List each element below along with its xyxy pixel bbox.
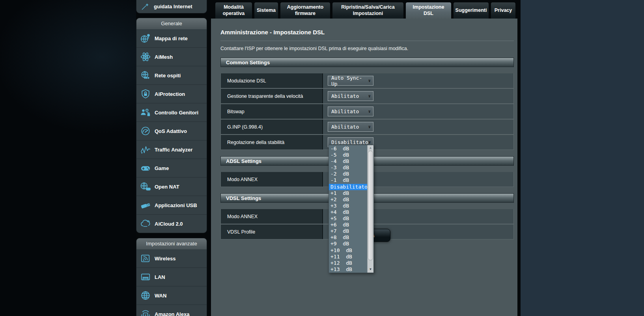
title-divider <box>220 41 514 41</box>
sidebar-item-usb-applications[interactable]: Applicazioni USB <box>136 196 207 214</box>
scroll-down-icon[interactable]: ▼ <box>368 267 373 272</box>
background-left <box>0 0 136 316</box>
sidebar-group-general: Generale Mappa di rete AiMesh Rete ospit… <box>136 18 207 233</box>
sra-select[interactable]: Abilitato∨ <box>328 91 373 101</box>
lan-switch-icon <box>140 272 151 282</box>
network-map-icon <box>140 33 151 43</box>
tab-firmware-upgrade[interactable]: Aggiornamento firmware <box>280 2 330 19</box>
tab-feedback[interactable]: Suggerimenti <box>453 2 489 19</box>
scrollbar-thumb[interactable] <box>368 151 373 260</box>
table-row: Bitswap Abilitato∨ <box>221 103 513 119</box>
sidebar-item-aimesh[interactable]: AiMesh <box>136 47 207 66</box>
row-label: Modulazione DSL <box>221 73 323 88</box>
globe-gamepad-icon <box>140 181 151 192</box>
dsl-modulation-select[interactable]: Auto Sync-Up∨ <box>328 76 373 86</box>
speedometer-icon <box>140 126 151 136</box>
common-settings-table: Modulazione DSL Auto Sync-Up∨ Gestione t… <box>220 73 514 150</box>
sidebar-item-amazon-alexa[interactable]: Amazon Alexa <box>136 305 207 316</box>
gamepad-icon <box>140 163 151 173</box>
traffic-wave-icon <box>140 144 151 155</box>
page-title: Amministrazione - Impostazione DSL <box>220 29 517 36</box>
admin-tab-bar: Modalità operativa Sistema Aggiornamento… <box>215 2 516 19</box>
dropdown-option[interactable]: -4 dB <box>329 158 368 165</box>
section-header-common-settings: Common Settings <box>220 58 514 67</box>
scroll-up-icon[interactable]: ▲ <box>368 146 373 150</box>
wan-globe-icon <box>140 290 151 301</box>
sidebar-item-lan[interactable]: LAN <box>136 267 207 286</box>
sidebar: guidata Internet Generale Mappa di rete … <box>136 0 207 316</box>
sidebar-group-advanced: Impostazioni avanzate Wireless LAN WAN A… <box>136 238 207 316</box>
row-label: Bitswap <box>221 104 323 119</box>
dropdown-options: -6 dB -5 dB -4 dB -3 dB -2 dB -1 dB Disa… <box>329 145 368 273</box>
sidebar-group-title: Impostazioni avanzate <box>136 238 207 249</box>
magic-wand-icon <box>140 2 151 11</box>
dropdown-option[interactable]: +6 dB <box>329 222 368 228</box>
sidebar-item-wireless[interactable]: Wireless <box>136 249 207 267</box>
dropdown-option-selected[interactable]: Disabilitato <box>329 184 368 190</box>
dropdown-option[interactable]: +12 dB <box>329 260 368 266</box>
background-right <box>521 0 644 316</box>
table-row: G.INP (G.998.4) Abilitato∨ <box>221 119 513 134</box>
tab-restore-save-upload[interactable]: Ripristina/Salva/Carica Impostazioni <box>332 2 404 19</box>
dropdown-option[interactable]: -6 dB <box>329 146 368 152</box>
dropdown-option[interactable]: +5 dB <box>329 215 368 222</box>
dropdown-option[interactable]: +10 dB <box>329 247 368 254</box>
dropdown-scrollbar[interactable]: ▲ ▼ <box>367 145 373 273</box>
wifi-icon <box>140 253 151 264</box>
chevron-down-icon: ∨ <box>368 140 371 145</box>
sidebar-item-aicloud[interactable]: AiCloud 2.0 <box>136 214 207 233</box>
dropdown-option[interactable]: +13 dB <box>329 266 368 273</box>
bitswap-select[interactable]: Abilitato∨ <box>328 107 373 116</box>
row-label: G.INP (G.998.4) <box>221 120 323 134</box>
guest-network-icon <box>140 70 151 80</box>
row-label: Regolazione della stabilità <box>221 135 323 150</box>
cloud-icon <box>140 219 151 229</box>
page-description: Contattare l'ISP per ottenere le imposta… <box>220 46 514 51</box>
stability-adjustment-dropdown: -6 dB -5 dB -4 dB -3 dB -2 dB -1 dB Disa… <box>329 145 374 273</box>
shield-lock-icon <box>140 89 151 99</box>
usb-icon <box>140 200 151 210</box>
sidebar-item-game[interactable]: Game <box>136 159 207 177</box>
sidebar-item-quick-internet-setup[interactable]: guidata Internet <box>136 0 207 13</box>
tab-system[interactable]: Sistema <box>254 2 278 19</box>
row-label: VDSL Profile <box>221 224 323 239</box>
ginp-select[interactable]: Abilitato∨ <box>328 122 373 132</box>
tab-privacy[interactable]: Privacy <box>491 2 516 19</box>
tab-dsl-setting[interactable]: Impostazione DSL <box>405 2 452 19</box>
sidebar-item-adaptive-qos[interactable]: QoS Adattivo <box>136 122 207 140</box>
dropdown-option[interactable]: +9 dB <box>329 241 368 247</box>
sidebar-item-traffic-analyzer[interactable]: Traffic Analyzer <box>136 140 207 159</box>
sidebar-item-label: guidata Internet <box>154 4 192 9</box>
chevron-down-icon: ∨ <box>368 78 371 83</box>
sidebar-item-network-map[interactable]: Mappa di rete <box>136 29 207 47</box>
dropdown-option[interactable]: +2 dB <box>329 196 368 203</box>
sidebar-item-wan[interactable]: WAN <box>136 286 207 305</box>
chevron-down-icon: ∨ <box>368 93 371 99</box>
row-label: Modo ANNEX <box>221 172 323 187</box>
dropdown-option[interactable]: -1 dB <box>329 177 368 183</box>
sidebar-item-open-nat[interactable]: Open NAT <box>136 177 207 196</box>
tab-operation-mode[interactable]: Modalità operativa <box>215 2 252 19</box>
dropdown-option[interactable]: +11 dB <box>329 254 368 260</box>
parental-control-icon <box>140 107 151 118</box>
sidebar-item-aiprotection[interactable]: AiProtection <box>136 84 207 103</box>
row-label: Modo ANNEX <box>221 209 323 224</box>
sidebar-group-title: Generale <box>136 18 207 29</box>
table-row: Modulazione DSL Auto Sync-Up∨ <box>221 73 513 88</box>
table-row: Gestione trasparente della velocità Abil… <box>221 88 513 103</box>
content-panel: Amministrazione - Impostazione DSL Conta… <box>211 19 517 316</box>
aimesh-icon <box>140 52 151 62</box>
dropdown-option[interactable]: +7 dB <box>329 228 368 234</box>
dropdown-option[interactable]: +1 dB <box>329 190 368 196</box>
dropdown-option[interactable]: +4 dB <box>329 209 368 215</box>
chevron-down-icon: ∨ <box>368 124 371 129</box>
dropdown-option[interactable]: +3 dB <box>329 203 368 209</box>
dropdown-option[interactable]: -3 dB <box>329 165 368 171</box>
chevron-down-icon: ∨ <box>368 109 371 114</box>
sidebar-item-guest-network[interactable]: Rete ospiti <box>136 66 207 84</box>
dropdown-option[interactable]: +8 dB <box>329 234 368 241</box>
dropdown-option[interactable]: -2 dB <box>329 171 368 177</box>
dropdown-option[interactable]: -5 dB <box>329 152 368 158</box>
row-label: Gestione trasparente della velocità <box>221 89 323 103</box>
sidebar-item-parental-controls[interactable]: Controllo Genitori <box>136 103 207 122</box>
